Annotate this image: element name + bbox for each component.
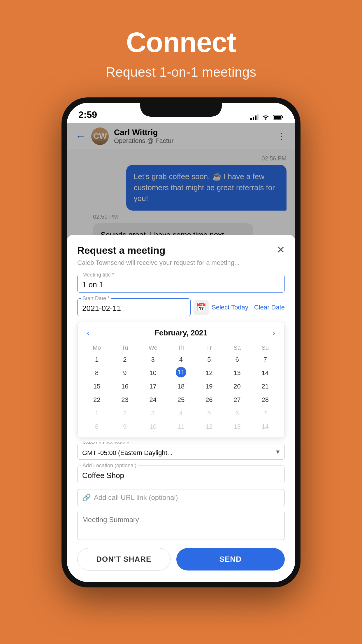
start-date-label: Start Date * [81, 295, 111, 302]
cal-day-next-2[interactable]: 2 [111, 407, 138, 419]
modal-header: Request a meeting ✕ [77, 245, 285, 256]
cal-header-th: Th [168, 343, 194, 352]
cal-day-1[interactable]: 1 [83, 354, 110, 366]
svg-point-4 [265, 119, 266, 120]
meeting-title-field: Meeting title * [77, 275, 285, 293]
cal-day-18[interactable]: 18 [168, 380, 194, 393]
cal-day-12[interactable]: 12 [196, 367, 222, 379]
calendar-nav: ‹ February, 2021 › [83, 327, 279, 339]
modal-subtitle: Caleb Townsend will receive your request… [77, 259, 285, 267]
cal-day-14[interactable]: 14 [252, 367, 279, 379]
date-calendar: ‹ February, 2021 › Mo Tu We Th Fr Sa [77, 322, 285, 438]
cal-day-17[interactable]: 17 [140, 380, 166, 393]
cal-day-next-4[interactable]: 4 [168, 407, 194, 419]
cal-day-7[interactable]: 7 [252, 354, 279, 366]
cal-day-next-1[interactable]: 1 [83, 407, 110, 419]
cal-day-next-9[interactable]: 9 [111, 421, 138, 433]
cal-day-next-13[interactable]: 13 [224, 421, 250, 433]
status-time: 2:59 [78, 109, 97, 120]
url-field[interactable]: 🔗 Add call URL link (optional) [77, 489, 285, 506]
cal-day-16[interactable]: 16 [111, 380, 138, 393]
cal-day-next-6[interactable]: 6 [224, 407, 250, 419]
cal-day-27[interactable]: 27 [224, 394, 250, 406]
svg-rect-7 [274, 116, 281, 119]
status-icons [250, 114, 284, 120]
cal-day-28[interactable]: 28 [252, 394, 279, 406]
calendar-grid: Mo Tu We Th Fr Sa Su 1 2 3 4 5 [83, 343, 279, 433]
cal-day-next-11[interactable]: 11 [168, 421, 194, 433]
cal-day-next-8[interactable]: 8 [83, 421, 110, 433]
svg-rect-1 [253, 117, 254, 120]
timezone-field: Select a time zone * GMT -05:00 (Eastern… [77, 444, 285, 460]
page-title: Connect [61, 26, 301, 58]
cal-day-next-5[interactable]: 5 [196, 407, 222, 419]
next-month-button[interactable]: › [269, 327, 279, 339]
cal-header-su: Su [252, 343, 279, 352]
cal-day-13[interactable]: 13 [224, 367, 250, 379]
phone-shell: 2:59 [61, 97, 301, 587]
url-placeholder: Add call URL link (optional) [94, 494, 178, 502]
cal-day-2[interactable]: 2 [111, 354, 138, 366]
cal-day-26[interactable]: 26 [196, 394, 222, 406]
phone-screen: 2:59 [67, 103, 295, 582]
close-button[interactable]: ✕ [277, 245, 285, 255]
calendar-month: February, 2021 [154, 328, 208, 337]
meeting-summary-field [77, 511, 285, 541]
cal-day-8[interactable]: 8 [83, 367, 110, 379]
cal-day-5[interactable]: 5 [196, 354, 222, 366]
svg-rect-6 [282, 116, 283, 118]
start-date-field: Start Date * 📅 Select Today Clear Date [77, 298, 285, 316]
cal-day-4[interactable]: 4 [168, 354, 194, 366]
timezone-select[interactable]: GMT -05:00 (Eastern Daylight... [77, 444, 285, 460]
cal-day-10[interactable]: 10 [140, 367, 166, 379]
cal-day-6[interactable]: 6 [224, 354, 250, 366]
link-icon: 🔗 [82, 494, 91, 502]
request-meeting-modal: Request a meeting ✕ Caleb Townsend will … [67, 235, 295, 582]
cal-day-15[interactable]: 15 [83, 380, 110, 393]
page-background: Connect Request 1-on-1 meetings 2:59 [61, 0, 301, 587]
cal-day-next-10[interactable]: 10 [140, 421, 166, 433]
cal-day-3[interactable]: 3 [140, 354, 166, 366]
date-actions: Select Today Clear Date [212, 304, 285, 311]
timezone-select-wrapper: GMT -05:00 (Eastern Daylight... ▼ [77, 444, 285, 460]
phone-notch [140, 103, 222, 117]
cal-day-19[interactable]: 19 [196, 380, 222, 393]
svg-rect-0 [250, 118, 252, 120]
cal-header-we: We [140, 343, 166, 352]
meeting-title-label: Meeting title * [81, 272, 115, 278]
clear-date-button[interactable]: Clear Date [254, 304, 285, 311]
cal-day-next-7[interactable]: 7 [252, 407, 279, 419]
location-field: Add Location (optional) [77, 466, 285, 483]
cal-day-24[interactable]: 24 [140, 394, 166, 406]
cal-day-9[interactable]: 9 [111, 367, 138, 379]
cal-day-20[interactable]: 20 [224, 380, 250, 393]
meeting-summary-input[interactable] [77, 511, 285, 540]
cal-header-sa: Sa [224, 343, 250, 352]
svg-rect-2 [255, 116, 256, 120]
page-subtitle: Request 1-on-1 meetings [61, 64, 301, 80]
cal-day-21[interactable]: 21 [252, 380, 279, 393]
cal-day-25[interactable]: 25 [168, 394, 194, 406]
cal-day-22[interactable]: 22 [83, 394, 110, 406]
select-today-button[interactable]: Select Today [212, 304, 248, 311]
send-button[interactable]: SEND [176, 548, 285, 570]
wifi-icon [262, 114, 270, 120]
cal-day-23[interactable]: 23 [111, 394, 138, 406]
modal-buttons: DON'T SHARE SEND [77, 548, 285, 570]
location-label: Add Location (optional) [81, 463, 138, 469]
cal-header-fr: Fr [196, 343, 222, 352]
dont-share-button[interactable]: DON'T SHARE [77, 548, 171, 570]
svg-rect-3 [257, 114, 259, 120]
cal-header-tu: Tu [111, 343, 138, 352]
prev-month-button[interactable]: ‹ [83, 327, 93, 339]
cal-day-next-12[interactable]: 12 [196, 421, 222, 433]
calendar-icon-button[interactable]: 📅 [194, 300, 209, 315]
signal-icon [250, 114, 259, 120]
modal-title: Request a meeting [77, 245, 165, 256]
cal-day-next-14[interactable]: 14 [252, 421, 279, 433]
cal-day-11[interactable]: 11 [176, 367, 186, 377]
modal-overlay: Request a meeting ✕ Caleb Townsend will … [67, 103, 295, 582]
cal-day-next-3[interactable]: 3 [140, 407, 166, 419]
cal-header-mo: Mo [83, 343, 110, 352]
battery-icon [273, 115, 284, 120]
